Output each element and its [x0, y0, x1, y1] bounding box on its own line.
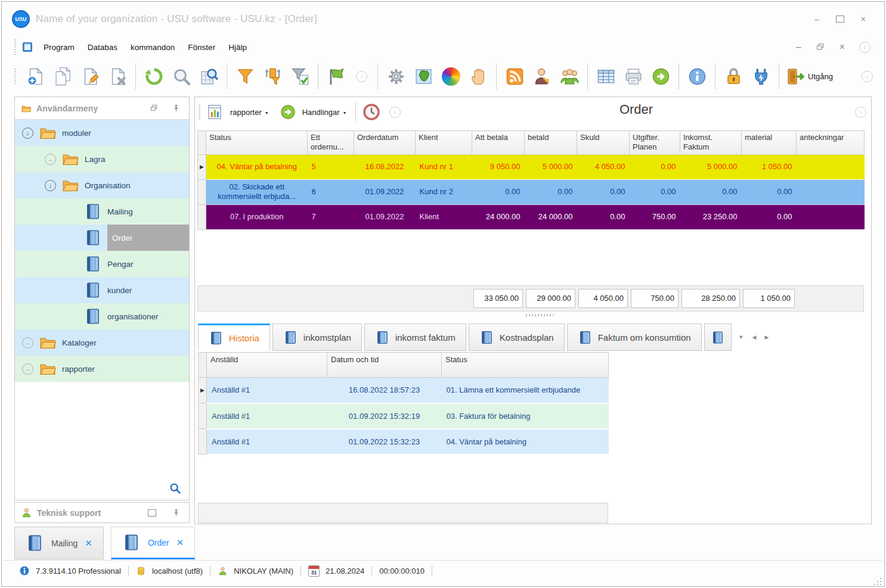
mdi-minimize-button[interactable]: –: [796, 42, 801, 52]
expand-icon[interactable]: →: [22, 363, 33, 375]
search-in-table-button[interactable]: [195, 62, 222, 91]
column-header-inkomst-faktum[interactable]: Inkomst. Faktum: [680, 131, 742, 155]
column-header-material[interactable]: material: [742, 131, 797, 155]
undock-icon[interactable]: [150, 104, 159, 113]
menu-f-nster[interactable]: Fönster: [188, 43, 215, 52]
support-window-icon[interactable]: [148, 509, 156, 517]
actions-dropdown[interactable]: Handlingar: [302, 108, 340, 117]
tree-item-rapporter[interactable]: →rapporter: [15, 356, 189, 382]
copy-record-button[interactable]: [49, 62, 76, 91]
filter-columns-button[interactable]: [259, 62, 286, 91]
doc-tab-mailing[interactable]: Mailing✕: [14, 527, 104, 559]
history-row-1[interactable]: ▶Anställd #116.08.2022 18:57:2301. Lämna…: [199, 378, 609, 403]
tab-list-button[interactable]: ▼: [739, 334, 744, 340]
edit-record-button[interactable]: [76, 62, 104, 91]
column-header-utgifter-planen[interactable]: Utgifter. Planen: [630, 131, 680, 155]
tab-historia[interactable]: Historia: [198, 323, 270, 351]
column-header-anteckningar[interactable]: anteckningar: [797, 131, 865, 155]
menu-databas[interactable]: Databas: [88, 43, 117, 52]
tab-inkomst-faktum[interactable]: inkomst faktum: [364, 323, 466, 351]
tree-item-order[interactable]: Order: [15, 225, 189, 251]
tree-search-icon[interactable]: [169, 482, 182, 495]
close-tab-icon[interactable]: ✕: [85, 538, 92, 549]
menu-program[interactable]: Program: [44, 43, 75, 52]
collapse-icon[interactable]: ↓: [22, 127, 33, 139]
order-row-2[interactable]: 02. Skickade ett kommersiellt erbjuda...…: [198, 179, 865, 204]
settings-button[interactable]: [382, 62, 410, 91]
column-header-klient[interactable]: Klient: [416, 131, 472, 155]
tree-item-pengar[interactable]: Pengar: [15, 251, 189, 277]
column-header-betald[interactable]: betald: [525, 131, 577, 155]
pin-icon[interactable]: [172, 508, 181, 517]
mdi-close-button[interactable]: ×: [839, 42, 845, 52]
tree-item-kataloger[interactable]: →Kataloger: [15, 329, 189, 356]
history-row-2[interactable]: Anställd #101.09.2022 15:32:1903. Faktur…: [199, 403, 609, 429]
expand-icon[interactable]: →: [45, 154, 56, 165]
history-column-status[interactable]: Status: [442, 353, 609, 378]
connection-button[interactable]: [747, 62, 775, 91]
filter-apply-button[interactable]: [286, 62, 314, 91]
history-column-anst-lld[interactable]: Anställd: [207, 353, 327, 378]
lock-button[interactable]: [720, 62, 747, 91]
column-header-orderdatum[interactable]: Orderdatum: [354, 131, 416, 155]
tree-item-mailing[interactable]: Mailing: [15, 198, 189, 225]
close-tab-icon[interactable]: ✕: [176, 537, 184, 548]
tab-scroll-right-button[interactable]: ▶: [764, 334, 769, 340]
exit-button[interactable]: Utgång: [783, 62, 835, 91]
minimize-button[interactable]: –: [814, 15, 819, 23]
reports-dropdown[interactable]: rapporter: [230, 108, 262, 117]
order-row-1[interactable]: ▶04. Väntar på betalning516.08.2022Kund …: [198, 154, 865, 179]
go-forward-button[interactable]: [647, 62, 674, 91]
doc-tab-order[interactable]: Order✕: [111, 527, 195, 559]
scheduler-clock-icon[interactable]: [362, 102, 381, 122]
support-panel[interactable]: Teknisk support: [14, 502, 190, 523]
tree-item-organisationer[interactable]: organisationer: [15, 303, 189, 329]
collapse-icon[interactable]: ↓: [45, 180, 56, 191]
column-header-att-betala[interactable]: Att betala: [472, 131, 525, 155]
toolbar-grip[interactable]: [14, 69, 16, 84]
flag-button[interactable]: [323, 62, 350, 91]
delete-record-button[interactable]: [104, 62, 131, 91]
rss-button[interactable]: [501, 62, 528, 91]
search-button[interactable]: [168, 62, 195, 91]
tree-item-organisation[interactable]: ↓Organisation: [15, 172, 189, 198]
refresh-button[interactable]: [140, 62, 168, 91]
mdi-overflow-button[interactable]: ↓: [859, 42, 870, 53]
tab-partial[interactable]: [704, 323, 732, 351]
order-row-3[interactable]: 07. I produktion701.09.2022Klient24 000.…: [198, 204, 865, 229]
tab-kostnadsplan[interactable]: Kostnadsplan: [469, 323, 565, 351]
column-header-skuld[interactable]: Skuld: [577, 131, 630, 155]
map-button[interactable]: [410, 62, 437, 91]
expand-icon[interactable]: →: [22, 337, 33, 349]
resize-grip[interactable]: [873, 577, 881, 585]
mdi-restore-button[interactable]: [816, 42, 825, 52]
user-access-button[interactable]: [528, 62, 556, 91]
tab-faktum-om-konsumtion[interactable]: Faktum om konsumtion: [567, 323, 702, 351]
tab-inkomstplan[interactable]: inkomstplan: [272, 323, 362, 351]
menu-kommandon[interactable]: kommandon: [131, 43, 175, 52]
users-button[interactable]: [556, 62, 583, 91]
history-column-datum-och-tid[interactable]: Datum och tid: [327, 353, 442, 378]
new-record-button[interactable]: [21, 62, 49, 91]
tree-item-moduler[interactable]: ↓moduler: [15, 120, 189, 146]
maximize-button[interactable]: [836, 15, 844, 23]
panel-overflow-right-button[interactable]: ↓: [855, 107, 866, 118]
column-header-status[interactable]: Status: [206, 131, 308, 155]
column-header-ett-ordernu[interactable]: Ett ordernu...: [308, 131, 354, 155]
toolbar-grip[interactable]: [199, 104, 200, 120]
panel-overflow-button[interactable]: ↓: [389, 107, 401, 118]
print-button[interactable]: [619, 62, 647, 91]
tab-scroll-left-button[interactable]: ◀: [752, 334, 757, 340]
history-row-3[interactable]: Anställd #101.09.2022 15:32:2304. Väntar…: [199, 429, 609, 455]
toolbar-overflow-right-button[interactable]: ↓: [862, 71, 873, 82]
close-button[interactable]: ×: [861, 15, 866, 23]
table-view-button[interactable]: [592, 62, 619, 91]
toolbar-grip[interactable]: [14, 39, 16, 55]
filter-button[interactable]: [231, 62, 259, 91]
pin-icon[interactable]: [172, 104, 181, 113]
toolbar-overflow-button[interactable]: ↓: [356, 71, 367, 82]
info-button[interactable]: [683, 62, 711, 91]
hand-button[interactable]: [464, 62, 492, 91]
splitter-handle[interactable]: [526, 314, 553, 316]
tree-item-kunder[interactable]: kunder: [15, 277, 189, 303]
